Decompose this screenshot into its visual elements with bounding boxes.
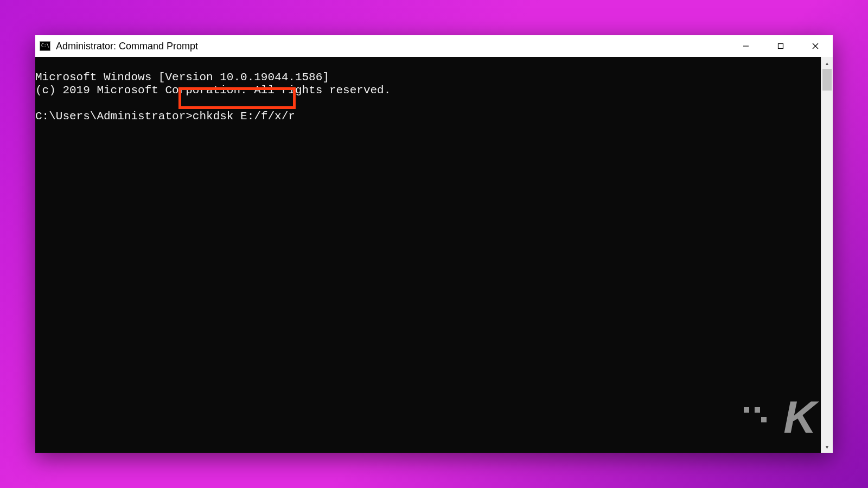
close-icon <box>812 43 819 49</box>
maximize-icon <box>777 43 784 49</box>
minimize-button[interactable] <box>729 35 763 57</box>
cmd-icon-glyph: C:\ <box>41 44 49 48</box>
scroll-down-button[interactable]: ▾ <box>821 441 833 453</box>
watermark-letter: K <box>783 391 814 442</box>
chevron-down-icon: ▾ <box>826 444 828 450</box>
watermark-dots-icon <box>761 417 767 422</box>
window-title: Administrator: Command Prompt <box>56 41 729 52</box>
cmd-app-icon: C:\ <box>40 41 50 51</box>
maximize-button[interactable] <box>763 35 798 57</box>
typed-command[interactable]: chkdsk E:/f/x/r <box>193 110 295 123</box>
prompt-prefix: C:\Users\Administrator> <box>35 110 193 123</box>
watermark-dots-icon <box>744 407 760 413</box>
terminal-area: Microsoft Windows [Version 10.0.19044.15… <box>35 57 833 453</box>
titlebar[interactable]: C:\ Administrator: Command Prompt <box>35 35 833 57</box>
terminal[interactable]: Microsoft Windows [Version 10.0.19044.15… <box>35 57 821 453</box>
scroll-up-button[interactable]: ▴ <box>821 57 833 69</box>
terminal-output-line: (c) 2019 Microsoft Corporation. All righ… <box>35 84 391 97</box>
terminal-prompt-line: C:\Users\Administrator>chkdsk E:/f/x/r <box>35 110 295 123</box>
window-controls <box>729 35 833 57</box>
scroll-thumb[interactable] <box>822 69 832 91</box>
chevron-up-icon: ▴ <box>826 60 828 66</box>
command-prompt-window: C:\ Administrator: Command Prompt Micros… <box>35 35 833 453</box>
minimize-icon <box>743 43 749 49</box>
terminal-output-line: Microsoft Windows [Version 10.0.19044.15… <box>35 71 329 84</box>
svg-rect-1 <box>778 44 783 49</box>
close-button[interactable] <box>798 35 833 57</box>
scroll-track[interactable] <box>821 69 833 441</box>
watermark: K <box>758 371 814 448</box>
vertical-scrollbar[interactable]: ▴ ▾ <box>821 57 833 453</box>
